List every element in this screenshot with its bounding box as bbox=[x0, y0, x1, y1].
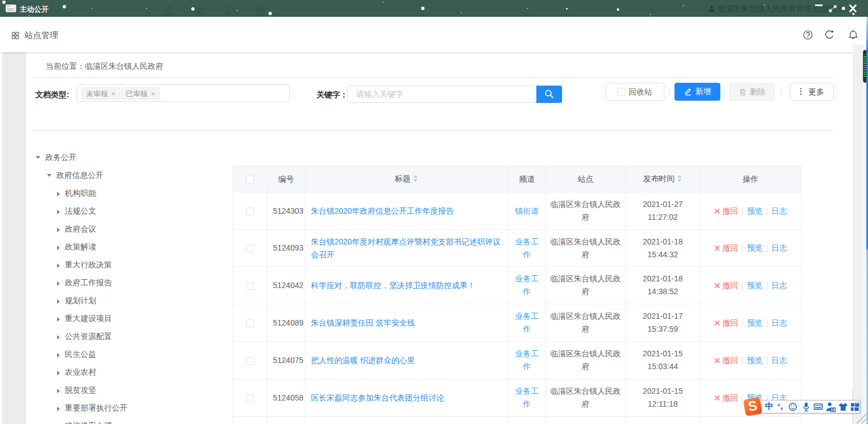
svg-text:19: 19 bbox=[831, 407, 835, 412]
